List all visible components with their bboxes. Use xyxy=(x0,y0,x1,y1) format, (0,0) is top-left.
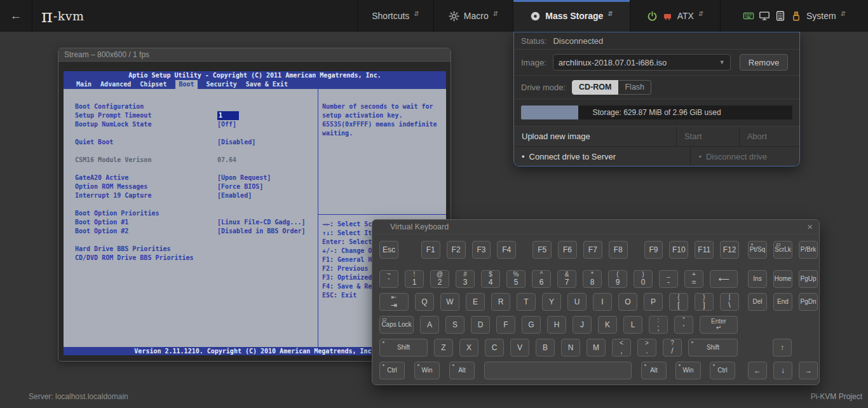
key-o[interactable]: O xyxy=(618,293,637,311)
key-w[interactable]: W xyxy=(440,293,459,311)
key-ctrl-left[interactable]: Ctrl xyxy=(379,362,405,379)
key-period[interactable]: >. xyxy=(637,339,656,357)
key-f6[interactable]: F6 xyxy=(558,241,577,259)
project-link[interactable]: Pi-KVM Project xyxy=(811,392,862,401)
key-enter[interactable]: Enter↵ xyxy=(700,316,738,334)
key-backquote[interactable]: ~` xyxy=(379,270,398,288)
key-comma[interactable]: <, xyxy=(612,339,631,357)
key-f8[interactable]: F8 xyxy=(609,241,628,259)
key-backspace[interactable]: ⟵ xyxy=(710,270,738,288)
key-f[interactable]: F xyxy=(496,316,515,334)
key-arrow-up[interactable]: ↑ xyxy=(773,339,792,357)
key-arrow-down[interactable]: ↓ xyxy=(773,362,792,379)
mode-flash-button[interactable]: Flash xyxy=(618,80,651,95)
key-a[interactable]: A xyxy=(420,316,439,334)
image-select[interactable]: archlinux-2018.07.01-i686.iso ▼ xyxy=(553,54,731,71)
key-win-left[interactable]: Win xyxy=(414,362,440,379)
key-h[interactable]: H xyxy=(547,316,566,334)
key-print-screen[interactable]: Pt/Sq xyxy=(748,241,767,259)
key-d[interactable]: D xyxy=(471,316,490,334)
start-upload-button[interactable]: Start xyxy=(677,126,740,146)
key-r[interactable]: R xyxy=(491,293,510,311)
menu-system[interactable]: System ⇵ xyxy=(720,0,868,32)
menu-mass-storage[interactable]: Mass Storage ⇵ xyxy=(513,0,630,32)
key-digit-3[interactable]: #3 xyxy=(456,270,475,288)
upload-image-button[interactable]: Upload new image xyxy=(514,126,677,146)
menu-shortcuts[interactable]: Shortcuts ⇵ xyxy=(357,0,433,32)
key-f10[interactable]: F10 xyxy=(669,241,688,259)
key-scroll-lock[interactable]: ScrLk xyxy=(773,241,792,259)
key-arrow-right[interactable]: → xyxy=(799,362,818,379)
key-digit-7[interactable]: &7 xyxy=(557,270,576,288)
key-v[interactable]: V xyxy=(510,339,529,357)
key-esc[interactable]: Esc xyxy=(379,241,398,259)
key-end[interactable]: End xyxy=(773,293,792,311)
key-digit-9[interactable]: (9 xyxy=(608,270,627,288)
key-alt-left[interactable]: Alt xyxy=(449,362,475,379)
key-space[interactable] xyxy=(484,362,632,379)
key-g[interactable]: G xyxy=(522,316,541,334)
key-c[interactable]: C xyxy=(485,339,504,357)
key-digit-0[interactable]: )0 xyxy=(634,270,653,288)
key-insert[interactable]: Ins xyxy=(748,270,767,288)
key-semicolon[interactable]: :; xyxy=(649,316,668,334)
key-minus[interactable]: _- xyxy=(659,270,678,288)
menu-macro[interactable]: Macro ⇵ xyxy=(433,0,513,32)
key-slash[interactable]: ?/ xyxy=(663,339,682,357)
keyboard-window-titlebar[interactable]: Virtual Keyboard × xyxy=(372,220,819,235)
key-n[interactable]: N xyxy=(561,339,580,357)
key-m[interactable]: M xyxy=(587,339,606,357)
mode-cdrom-button[interactable]: CD-ROM xyxy=(572,80,618,95)
key-f1[interactable]: F1 xyxy=(421,241,440,259)
key-f3[interactable]: F3 xyxy=(472,241,491,259)
key-digit-5[interactable]: %5 xyxy=(506,270,526,288)
key-digit-4[interactable]: $4 xyxy=(481,270,500,288)
key-alt-right[interactable]: Alt xyxy=(641,362,667,379)
stream-window-titlebar[interactable]: Stream – 800x600 / 1 fps xyxy=(58,48,451,62)
key-f4[interactable]: F4 xyxy=(497,241,516,259)
key-backslash[interactable]: |\ xyxy=(720,293,739,311)
key-q[interactable]: Q xyxy=(415,293,434,311)
key-f11[interactable]: F11 xyxy=(695,241,714,259)
key-digit-1[interactable]: !1 xyxy=(405,270,424,288)
close-icon[interactable]: × xyxy=(807,221,813,233)
key-x[interactable]: X xyxy=(459,339,478,357)
key-home[interactable]: Home xyxy=(773,270,792,288)
key-e[interactable]: E xyxy=(466,293,485,311)
back-button[interactable]: ← xyxy=(0,0,32,32)
key-k[interactable]: K xyxy=(598,316,617,334)
key-digit-2[interactable]: @2 xyxy=(430,270,449,288)
key-digit-8[interactable]: *8 xyxy=(583,270,602,288)
abort-upload-button[interactable]: Abort xyxy=(740,126,799,146)
key-s[interactable]: S xyxy=(445,316,465,334)
key-z[interactable]: Z xyxy=(434,339,453,357)
key-page-up[interactable]: PgUp xyxy=(799,270,818,288)
key-caps-lock[interactable]: Caps Lock xyxy=(379,316,414,334)
key-bracket-right[interactable]: }] xyxy=(695,293,714,311)
key-f12[interactable]: F12 xyxy=(720,241,739,259)
key-equal[interactable]: += xyxy=(684,270,703,288)
key-u[interactable]: U xyxy=(567,293,587,311)
disconnect-drive-button[interactable]: • Disconnect drive xyxy=(691,147,799,166)
key-j[interactable]: J xyxy=(573,316,592,334)
key-shift-left[interactable]: Shift xyxy=(379,339,428,357)
menu-atx[interactable]: ATX ⇵ xyxy=(630,0,720,32)
key-ctrl-right[interactable]: Ctrl xyxy=(710,362,735,379)
key-t[interactable]: T xyxy=(517,293,536,311)
remove-image-button[interactable]: Remove xyxy=(740,54,788,71)
key-f7[interactable]: F7 xyxy=(583,241,602,259)
key-pause-break[interactable]: P/Brk xyxy=(799,241,818,259)
key-i[interactable]: I xyxy=(593,293,612,311)
key-p[interactable]: P xyxy=(644,293,663,311)
key-bracket-left[interactable]: {[ xyxy=(669,293,688,311)
key-win-right[interactable]: Win xyxy=(675,362,701,379)
key-b[interactable]: B xyxy=(536,339,555,357)
key-y[interactable]: Y xyxy=(542,293,561,311)
key-delete[interactable]: Del xyxy=(748,293,767,311)
key-digit-6[interactable]: ^6 xyxy=(532,270,551,288)
key-l[interactable]: L xyxy=(623,316,642,334)
key-f5[interactable]: F5 xyxy=(532,241,552,259)
connect-drive-button[interactable]: • Connect drive to Server xyxy=(514,147,691,166)
key-shift-right[interactable]: Shift xyxy=(688,339,738,357)
key-arrow-left[interactable]: ← xyxy=(748,362,767,379)
